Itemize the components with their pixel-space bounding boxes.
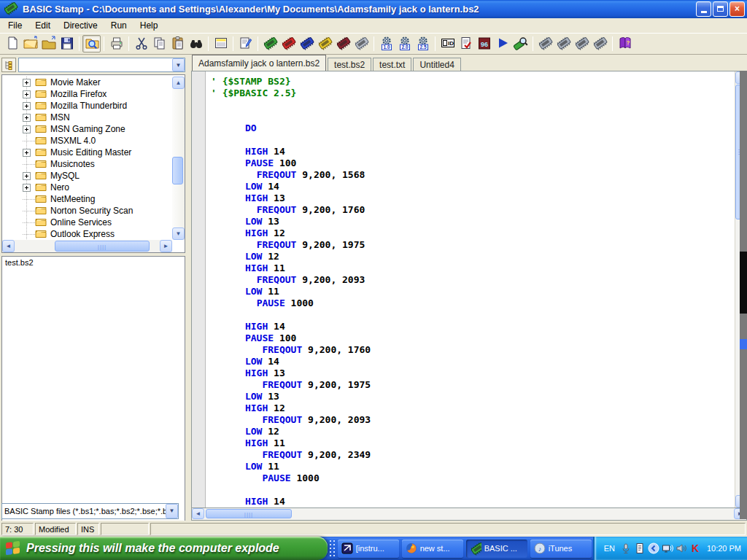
tree-hscroll-thumb[interactable]: |||| <box>55 241 150 252</box>
tree-vscroll-thumb[interactable] <box>172 157 183 184</box>
scroll-left-icon[interactable]: ◄ <box>2 240 15 252</box>
expand-plus-icon[interactable] <box>23 114 31 122</box>
tree-horizontal-scrollbar[interactable]: ◄ |||| ► <box>2 240 172 252</box>
collapse-chevron-icon[interactable] <box>648 542 659 554</box>
editor-code-text[interactable]: ' {$STAMP BS2} ' {$PBASIC 2.5} DO HIGH 1… <box>206 71 734 508</box>
open-folder-button[interactable] <box>21 35 39 52</box>
file-list-item[interactable]: test.bs2 <box>2 257 185 268</box>
menu-item-help[interactable]: Help <box>133 19 165 32</box>
new-file-button[interactable] <box>3 35 21 52</box>
memory-usage-96-button[interactable]: 96 <box>475 35 493 52</box>
expand-plus-icon[interactable] <box>23 102 31 110</box>
tree-connector <box>23 141 35 141</box>
menu-item-file[interactable]: File <box>1 19 28 32</box>
document-tab[interactable]: test.bs2 <box>328 58 371 71</box>
taskbar-item[interactable]: BASIC ... <box>466 540 527 558</box>
run-button[interactable] <box>493 35 511 52</box>
editor-hscroll-thumb[interactable]: |||| <box>206 509 292 518</box>
scroll-right-icon[interactable]: ► <box>160 240 172 252</box>
microphone-icon[interactable] <box>620 542 632 554</box>
chip-maroon-button[interactable] <box>334 35 352 52</box>
expand-plus-icon[interactable] <box>23 184 31 192</box>
syntax-check-button[interactable] <box>457 35 475 52</box>
debug-chip-1-button[interactable] <box>536 35 554 52</box>
tree-item[interactable]: Outlook Express <box>2 228 172 240</box>
help-book-button[interactable]: ? <box>616 35 634 52</box>
expand-plus-icon[interactable] <box>23 149 31 157</box>
kaspersky-icon[interactable]: K <box>689 542 701 554</box>
tree-item[interactable]: MSN <box>2 112 172 123</box>
chevron-down-icon[interactable]: ▼ <box>172 58 185 71</box>
tree-item[interactable]: Online Services <box>2 217 172 228</box>
debug-chip-2-button[interactable] <box>554 35 573 52</box>
print-button[interactable] <box>107 35 125 52</box>
expand-plus-icon[interactable] <box>23 172 31 180</box>
scroll-left-icon[interactable]: ◄ <box>192 508 204 519</box>
directory-combobox[interactable]: ▼ <box>18 58 185 72</box>
identify-chip-button[interactable] <box>511 35 530 52</box>
debug-chip-3-button[interactable] <box>573 35 591 52</box>
restore-button[interactable] <box>713 1 728 17</box>
expand-plus-icon[interactable] <box>23 125 31 133</box>
explorer-toggle-button[interactable] <box>82 35 101 52</box>
chip-grey-button[interactable] <box>352 35 371 52</box>
pbasic-2-0-button[interactable]: 2.0 <box>395 35 414 52</box>
identify-id-button[interactable]: ID <box>438 35 457 52</box>
code-editor[interactable]: ' {$STAMP BS2} ' {$PBASIC 2.5} DO HIGH 1… <box>191 71 747 508</box>
document-icon[interactable] <box>634 542 646 554</box>
tree-vertical-scrollbar[interactable]: ▲ ▼ <box>172 77 185 240</box>
tree-item[interactable]: Movie Maker <box>2 77 172 88</box>
pbasic-1-0-button[interactable]: 1.0 <box>377 35 395 52</box>
network-monitor-icon[interactable] <box>662 542 673 554</box>
scroll-up-icon[interactable]: ▲ <box>172 77 185 89</box>
start-button[interactable]: Pressing this will make the computer exp… <box>0 537 328 560</box>
chevron-down-icon[interactable]: ▼ <box>166 504 178 518</box>
menu-item-edit[interactable]: Edit <box>28 19 57 32</box>
chip-blue-button[interactable] <box>298 35 316 52</box>
tree-item[interactable]: NetMeeting <box>2 193 172 205</box>
save-floppy-icon <box>59 36 75 52</box>
expand-plus-icon[interactable] <box>23 79 31 87</box>
close-button[interactable]: × <box>729 1 745 17</box>
tree-item[interactable]: Norton Security Scan <box>2 205 172 217</box>
debug-chip-4-button[interactable] <box>591 35 609 52</box>
preferences-button[interactable] <box>236 35 255 52</box>
tree-item[interactable]: Musicnotes <box>2 158 172 170</box>
menu-item-run[interactable]: Run <box>104 19 133 32</box>
paste-button[interactable] <box>169 35 187 52</box>
tree-item[interactable]: MSN Gaming Zone <box>2 123 172 135</box>
copy-button[interactable] <box>150 35 169 52</box>
folder-icon <box>35 182 47 193</box>
tree-item[interactable]: MSXML 4.0 <box>2 135 172 147</box>
minimize-button[interactable] <box>696 1 711 17</box>
tree-connector <box>23 164 35 165</box>
editor-horizontal-scrollbar[interactable]: ◄ |||| ► <box>191 508 747 521</box>
chip-yellow-button[interactable] <box>316 35 334 52</box>
save-floppy-button[interactable] <box>58 35 76 52</box>
volume-icon[interactable] <box>676 542 687 554</box>
document-tab[interactable]: Adamsfamily jack o lantern.bs2 <box>192 55 326 71</box>
save-as-folder-button[interactable] <box>39 35 58 52</box>
language-indicator[interactable]: EN <box>602 543 617 553</box>
expand-plus-icon[interactable] <box>23 90 31 98</box>
tree-item[interactable]: Music Editing Master <box>2 147 172 158</box>
tree-item[interactable]: Mozilla Firefox <box>2 88 172 100</box>
chip-green-button[interactable] <box>261 35 279 52</box>
taskbar-item[interactable]: [instru... <box>338 540 399 558</box>
memory-map-button[interactable] <box>212 35 230 52</box>
chip-red-button[interactable] <box>279 35 298 52</box>
tree-view-button[interactable] <box>1 58 16 72</box>
find-binoculars-button[interactable] <box>187 35 205 52</box>
tree-item[interactable]: Mozilla Thunderbird <box>2 100 172 112</box>
cut-button[interactable] <box>132 35 150 52</box>
taskbar-item[interactable]: ♪iTunes <box>530 540 592 558</box>
file-filter-combobox[interactable]: BASIC Stamp files (*.bs1;*.bas;*.bs2;*.b… <box>1 503 179 519</box>
taskbar-item[interactable]: new st... <box>402 540 463 558</box>
menu-item-directive[interactable]: Directive <box>57 19 104 32</box>
pbasic-2-5-button[interactable]: 2.5 <box>414 35 432 52</box>
document-tab[interactable]: Untitled4 <box>413 58 460 71</box>
scroll-down-icon[interactable]: ▼ <box>172 228 185 240</box>
tree-item[interactable]: MySQL <box>2 170 172 182</box>
document-tab[interactable]: test.txt <box>373 58 411 71</box>
tree-item[interactable]: Nero <box>2 182 172 193</box>
